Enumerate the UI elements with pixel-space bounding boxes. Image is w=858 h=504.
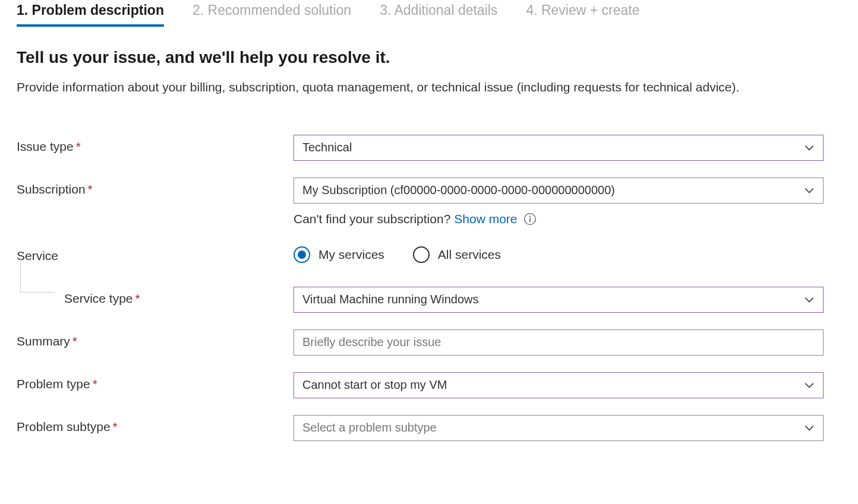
required-marker: * xyxy=(135,291,140,305)
tab-review-create[interactable]: 4. Review + create xyxy=(526,2,639,27)
problem-type-select[interactable]: Cannot start or stop my VM xyxy=(294,372,824,398)
radio-circle-icon xyxy=(413,246,430,263)
tab-problem-description[interactable]: 1. Problem description xyxy=(17,2,164,27)
chevron-down-icon xyxy=(804,423,815,433)
required-marker: * xyxy=(88,182,93,196)
required-marker: * xyxy=(93,377,97,391)
page-title: Tell us your issue, and we'll help you r… xyxy=(17,48,841,67)
service-label: Service xyxy=(17,244,294,263)
subscription-hint: Can't find your subscription? Show more xyxy=(17,212,841,226)
service-type-label: Service type* xyxy=(17,287,294,306)
chevron-down-icon xyxy=(804,142,815,153)
summary-input[interactable] xyxy=(294,329,824,356)
radio-circle-icon xyxy=(294,246,310,263)
show-more-link[interactable]: Show more xyxy=(454,212,517,226)
radio-all-services-label: All services xyxy=(438,248,501,262)
issue-type-label: Issue type* xyxy=(17,135,294,154)
summary-label: Summary* xyxy=(17,329,294,348)
required-marker: * xyxy=(76,140,81,153)
problem-type-label: Problem type* xyxy=(17,372,294,391)
chevron-down-icon xyxy=(804,294,815,305)
svg-rect-2 xyxy=(529,218,531,222)
problem-subtype-label: Problem subtype* xyxy=(17,415,294,434)
problem-subtype-select[interactable]: Select a problem subtype xyxy=(294,415,824,441)
tree-connector-icon xyxy=(20,258,55,293)
required-marker: * xyxy=(113,420,118,433)
service-radio-group: My services All services xyxy=(294,244,824,263)
service-type-select[interactable]: Virtual Machine running Windows xyxy=(294,287,824,313)
tab-recommended-solution[interactable]: 2. Recommended solution xyxy=(193,2,351,27)
subscription-select[interactable]: My Subscription (cf00000-0000-0000-0000-… xyxy=(294,177,824,204)
info-icon[interactable] xyxy=(523,213,537,226)
radio-my-services[interactable]: My services xyxy=(294,246,384,263)
subscription-hint-text: Can't find your subscription? xyxy=(294,212,450,226)
svg-point-1 xyxy=(529,215,530,217)
radio-all-services[interactable]: All services xyxy=(413,246,501,263)
chevron-down-icon xyxy=(804,185,815,196)
radio-my-services-label: My services xyxy=(318,248,384,262)
subscription-label: Subscription* xyxy=(17,177,294,196)
required-marker: * xyxy=(72,334,77,348)
tab-additional-details[interactable]: 3. Additional details xyxy=(380,2,497,27)
page-description: Provide information about your billing, … xyxy=(17,78,825,97)
issue-type-select[interactable]: Technical xyxy=(294,135,824,161)
chevron-down-icon xyxy=(804,380,815,391)
wizard-tabs: 1. Problem description 2. Recommended so… xyxy=(17,2,841,27)
